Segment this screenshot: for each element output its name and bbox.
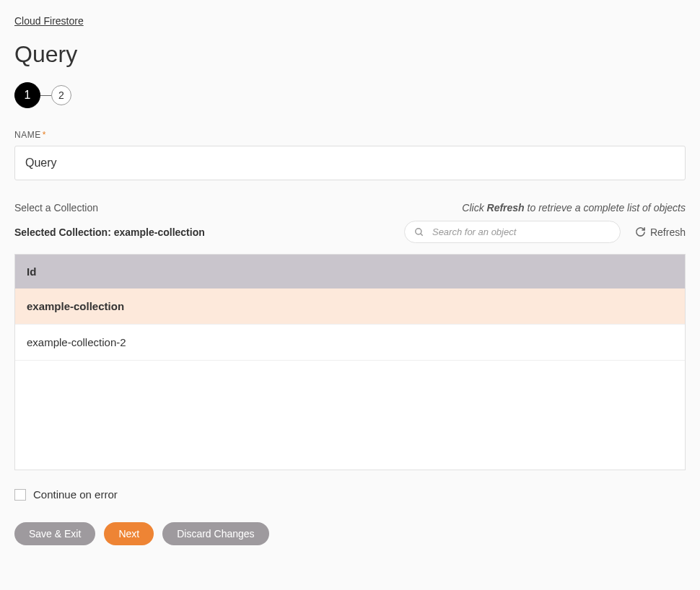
collection-table: Id example-collection example-collection… — [14, 254, 686, 470]
page-title: Query — [14, 41, 686, 68]
button-row: Save & Exit Next Discard Changes — [14, 522, 686, 545]
refresh-button[interactable]: Refresh — [635, 226, 686, 238]
select-collection-label: Select a Collection — [14, 202, 98, 213]
refresh-hint-prefix: Click — [462, 202, 486, 213]
table-row[interactable]: example-collection-2 — [15, 325, 685, 361]
name-input[interactable] — [14, 146, 686, 180]
continue-on-error-checkbox[interactable] — [14, 489, 26, 501]
continue-on-error-row: Continue on error — [14, 488, 686, 501]
selected-collection-row: Selected Collection: example-collection … — [14, 221, 686, 243]
refresh-hint: Click Refresh to retrieve a complete lis… — [462, 202, 686, 213]
search-icon — [414, 227, 424, 237]
refresh-hint-suffix: to retrieve a complete list of objects — [525, 202, 686, 213]
stepper: 1 2 — [14, 82, 686, 108]
svg-line-1 — [421, 233, 423, 235]
refresh-icon — [635, 226, 646, 237]
step-2[interactable]: 2 — [51, 85, 71, 105]
discard-changes-button[interactable]: Discard Changes — [162, 522, 268, 545]
step-connector — [40, 95, 51, 96]
search-box — [404, 221, 621, 243]
refresh-hint-bold: Refresh — [487, 202, 525, 213]
search-refresh-group: Refresh — [404, 221, 686, 243]
selected-collection-text: Selected Collection: example-collection — [14, 226, 205, 238]
name-field-label: NAME* — [14, 130, 686, 140]
svg-point-0 — [416, 228, 421, 234]
required-asterisk: * — [43, 130, 46, 140]
selected-collection-value: example-collection — [114, 226, 205, 238]
next-button[interactable]: Next — [104, 522, 154, 545]
selected-collection-prefix: Selected Collection: — [14, 226, 114, 238]
continue-on-error-label: Continue on error — [33, 488, 118, 501]
save-exit-button[interactable]: Save & Exit — [14, 522, 95, 545]
search-input[interactable] — [404, 221, 621, 243]
step-1[interactable]: 1 — [14, 82, 40, 108]
breadcrumb-link[interactable]: Cloud Firestore — [14, 15, 84, 27]
table-row[interactable]: example-collection — [15, 289, 685, 325]
table-header-id: Id — [15, 255, 685, 289]
collection-section-header: Select a Collection Click Refresh to ret… — [14, 202, 686, 213]
refresh-label: Refresh — [650, 226, 686, 238]
name-label-text: NAME — [14, 130, 41, 140]
